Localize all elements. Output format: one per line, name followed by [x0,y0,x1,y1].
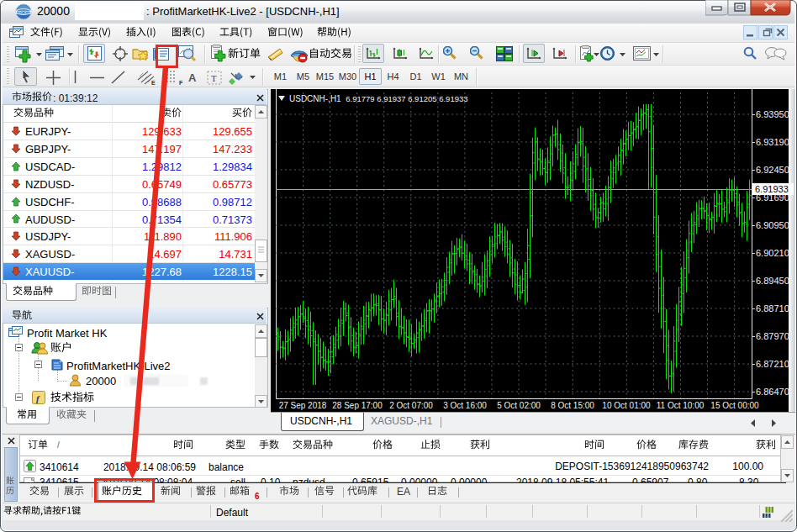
svg-text:T: T [211,73,217,83]
svg-text:E: E [151,80,156,86]
svg-text:F: F [179,80,183,86]
svg-text:PROFIT: PROFIT [16,10,31,15]
